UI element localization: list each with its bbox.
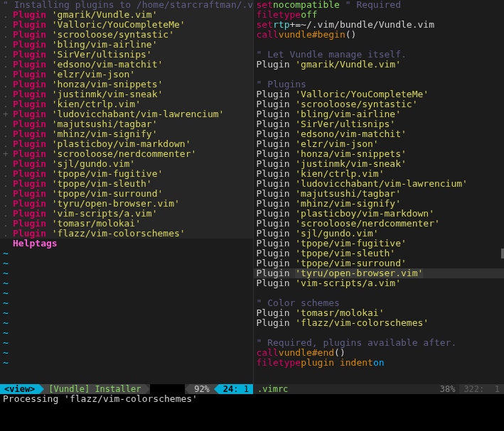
empty-line: ~: [0, 288, 253, 298]
gutter-mark: .: [3, 119, 13, 129]
plugin-line: Plugin 'mhinz/vim-signify': [254, 199, 505, 209]
plugin-row: .Plugin 'flazz/vim-colorschemes': [0, 229, 253, 239]
gutter-mark: .: [3, 219, 13, 229]
plugin-line: Plugin 'kien/ctrlp.vim': [254, 169, 505, 179]
plugin-name: 'SirVer/ultisnips': [46, 50, 152, 60]
tilde-icon: ~: [3, 318, 9, 328]
code-line: set nocompatible " Required: [254, 0, 505, 10]
command-line[interactable]: Processing 'flazz/vim-colorschemes': [0, 394, 504, 431]
plugin-row: .Plugin 'bling/vim-airline': [0, 40, 253, 50]
plugin-row: .Plugin 'justinmk/vim-sneak': [0, 89, 253, 99]
plugin-name: 'majutsushi/tagbar': [295, 189, 401, 199]
plugin-keyword: Plugin: [13, 219, 46, 229]
plugin-name: 'Valloric/YouCompleteMe': [46, 20, 186, 30]
vimrc-pane[interactable]: set nocompatible " Requiredfiletype offs…: [254, 0, 505, 384]
gutter-mark: .: [3, 40, 13, 50]
plugin-name: 'ludovicchabant/vim-lawrencium': [295, 179, 468, 189]
empty-line: ~: [0, 318, 253, 328]
gutter-mark: .: [3, 209, 13, 219]
plugin-name: 'scrooloose/syntastic': [295, 99, 417, 109]
plugin-name: 'tyru/open-browser.vim': [295, 268, 423, 278]
plugin-name: 'mhinz/vim-signify': [46, 129, 158, 139]
empty-line: ~: [0, 358, 253, 368]
plugin-line: Plugin 'tyru/open-browser.vim': [254, 268, 505, 278]
vundle-installer-pane[interactable]: " Installing plugins to /home/starcraftm…: [0, 0, 253, 384]
percent-segment: 92%: [190, 384, 214, 394]
plugin-row: .Plugin 'gmarik/Vundle.vim': [0, 10, 253, 20]
gutter-mark: +: [3, 149, 13, 159]
gutter-mark: .: [3, 70, 13, 80]
helptags-row: Helptags: [0, 239, 253, 249]
position-segment: 24: 1: [219, 384, 253, 394]
plugin-keyword: Plugin: [13, 199, 46, 209]
plugin-name: 'tomasr/molokai': [46, 219, 141, 229]
plugin-row: .Plugin 'SirVer/ultisnips': [0, 50, 253, 60]
powerline-sep-icon: [39, 384, 44, 394]
plugin-row: .Plugin 'Valloric/YouCompleteMe': [0, 20, 253, 30]
tilde-icon: ~: [3, 258, 9, 268]
empty-line: ~: [0, 328, 253, 338]
plugin-line: Plugin 'vim-scripts/a.vim': [254, 278, 505, 288]
plugin-row: .Plugin 'mhinz/vim-signify': [0, 129, 253, 139]
plugin-name: 'tpope/vim-fugitive': [46, 169, 163, 179]
code-line: filetype plugin indent on: [254, 358, 505, 368]
plugin-name: 'scrooloose/nerdcommenter': [295, 219, 440, 229]
plugin-row: .Plugin 'elzr/vim-json': [0, 70, 253, 80]
plugin-row: .Plugin 'vim-scripts/a.vim': [0, 209, 253, 219]
statusline-row: <view> [Vundle] Installer 92% 24: 1 .vim…: [0, 384, 504, 394]
gutter-mark: +: [3, 109, 13, 119]
gutter-mark: .: [3, 60, 13, 70]
plugin-keyword: Plugin: [13, 139, 46, 149]
powerline-sep-icon: [145, 384, 150, 394]
plugin-name: 'tpope/vim-fugitive': [295, 239, 407, 249]
plugin-name: 'sjl/gundo.vim': [295, 229, 378, 239]
plugin-keyword: Plugin: [13, 70, 46, 80]
tilde-icon: ~: [3, 268, 9, 278]
plugin-row: .Plugin 'tpope/vim-sleuth': [0, 179, 253, 189]
plugin-keyword: Plugin: [13, 229, 46, 239]
plugin-name: 'mhinz/vim-signify': [295, 199, 401, 209]
gutter-mark: .: [3, 179, 13, 189]
helptags-label: Helptags: [13, 239, 58, 249]
tilde-icon: ~: [3, 348, 9, 358]
code-line: [254, 328, 505, 338]
plugin-name: 'vim-scripts/a.vim': [46, 209, 158, 219]
plugin-keyword: Plugin: [13, 30, 46, 40]
comment-line: " Let Vundle manage itself.: [254, 50, 505, 60]
plugin-line: Plugin 'edsono/vim-matchit': [254, 129, 505, 139]
plugin-name: 'honza/vim-snippets': [46, 80, 163, 89]
plugin-line: Plugin 'bling/vim-airline': [254, 109, 505, 119]
plugin-row: .Plugin 'edsono/vim-matchit': [0, 60, 253, 70]
plugin-keyword: Plugin: [13, 169, 46, 179]
code-line: set rtp+=~/.vim/bundle/Vundle.vim: [254, 20, 505, 30]
tilde-icon: ~: [3, 308, 9, 318]
file-segment: [Vundle] Installer: [44, 384, 145, 394]
plugin-row: .Plugin 'scrooloose/syntastic': [0, 30, 253, 40]
code-line: [254, 288, 505, 298]
plugin-name: 'flazz/vim-colorschemes': [46, 229, 186, 239]
plugin-line: Plugin 'gmarik/Vundle.vim': [254, 60, 505, 70]
plugin-keyword: Plugin: [13, 149, 46, 159]
empty-line: ~: [0, 278, 253, 288]
plugin-line: Plugin 'tpope/vim-fugitive': [254, 239, 505, 249]
plugin-row: .Plugin 'kien/ctrlp.vim': [0, 99, 253, 109]
plugin-line: Plugin 'tomasr/molokai': [254, 308, 505, 318]
plugin-name: 'sjl/gundo.vim': [46, 159, 135, 169]
plugin-name: 'tpope/vim-surround': [46, 189, 163, 199]
scrollbar-thumb[interactable]: [501, 249, 504, 258]
gutter-mark: .: [3, 199, 13, 209]
gutter-mark: .: [3, 139, 13, 149]
plugin-name: 'elzr/vim-json': [295, 139, 378, 149]
plugin-line: Plugin 'tpope/vim-sleuth': [254, 249, 505, 258]
plugin-line: Plugin 'sjl/gundo.vim': [254, 229, 505, 239]
editor-splitview: " Installing plugins to /home/starcraftm…: [0, 0, 504, 384]
plugin-keyword: Plugin: [13, 119, 46, 129]
plugin-row: .Plugin 'honza/vim-snippets': [0, 80, 253, 89]
code-line: [254, 40, 505, 50]
statusline-left: <view> [Vundle] Installer 92% 24: 1: [0, 384, 253, 394]
plugin-name: 'plasticboy/vim-markdown': [46, 139, 191, 149]
mode-segment: <view>: [0, 384, 39, 394]
code-line: filetype off: [254, 10, 505, 20]
plugin-keyword: Plugin: [13, 80, 46, 89]
plugin-line: Plugin 'plasticboy/vim-markdown': [254, 209, 505, 219]
